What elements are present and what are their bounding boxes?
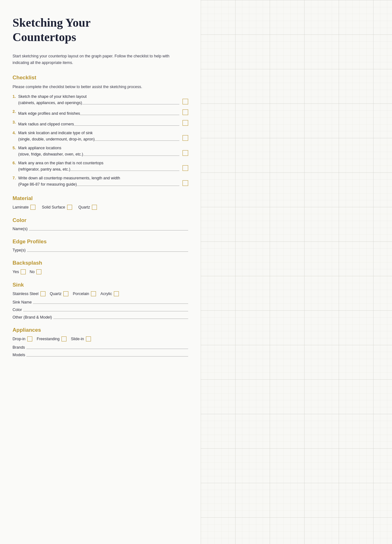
checklist-box-6[interactable] bbox=[183, 165, 188, 171]
sink-acrylic-label: Acrylic bbox=[100, 292, 112, 296]
material-heading: Material bbox=[13, 195, 188, 202]
sink-other-field-row: Other (Brand & Model) bbox=[13, 315, 188, 320]
checklist-text-7b: (Page 86-87 for measuring guide) bbox=[18, 182, 77, 187]
sink-acrylic-checkbox[interactable] bbox=[114, 291, 119, 296]
checklist-text-2: Mark edge profiles and end finishes bbox=[18, 111, 80, 116]
appliance-dropin-checkbox[interactable] bbox=[27, 336, 32, 341]
color-field-row: Name(s) bbox=[13, 227, 188, 231]
color-label: Name(s) bbox=[13, 227, 28, 231]
edge-profiles-field-line bbox=[27, 251, 188, 252]
checklist-line-2 bbox=[80, 115, 179, 115]
sink-other-label: Other (Brand & Model) bbox=[13, 315, 52, 320]
material-laminate-checkbox[interactable] bbox=[30, 205, 35, 210]
sink-porcelain-checkbox[interactable] bbox=[91, 291, 96, 296]
graph-paper bbox=[201, 0, 392, 544]
appliance-freestanding-checkbox[interactable] bbox=[61, 336, 66, 341]
checklist-text-7a: Write down all countertop measurements, … bbox=[18, 176, 188, 180]
edge-profiles-field-row: Type(s) bbox=[13, 248, 188, 252]
content-panel: Sketching Your Countertops Start sketchi… bbox=[0, 0, 201, 544]
sink-quartz-checkbox[interactable] bbox=[63, 291, 68, 296]
checklist-box-2[interactable] bbox=[183, 109, 188, 115]
checklist-number-5: 5. bbox=[13, 146, 18, 150]
checklist-number-4: 4. bbox=[13, 131, 18, 135]
sink-options-row: Stainless Steel Quartz Porcelain Acrylic bbox=[13, 291, 188, 296]
checklist-number-6: 6. bbox=[13, 161, 18, 165]
backsplash-yn-row: Yes No bbox=[13, 269, 188, 274]
backsplash-no-item: No bbox=[29, 269, 41, 274]
appliance-dropin-item: Drop-in bbox=[13, 336, 32, 341]
checklist-box-7[interactable] bbox=[183, 180, 188, 186]
material-solid-surface-label: Solid Surface bbox=[42, 205, 65, 209]
sink-porcelain-label: Porcelain bbox=[73, 292, 89, 296]
checklist-text-5a: Mark appliance locations bbox=[18, 146, 188, 150]
sink-acrylic-item: Acrylic bbox=[100, 291, 119, 296]
checklist-text-1a: Sketch the shape of your kitchen layout bbox=[18, 94, 188, 99]
sink-porcelain-item: Porcelain bbox=[73, 291, 96, 296]
color-heading: Color bbox=[13, 217, 188, 224]
checklist-number-1: 1. bbox=[13, 94, 18, 99]
backsplash-yes-item: Yes bbox=[13, 269, 26, 274]
appliance-models-field-row: Models bbox=[13, 353, 188, 357]
edge-profiles-label: Type(s) bbox=[13, 248, 26, 252]
sink-stainless-label: Stainless Steel bbox=[13, 292, 39, 296]
appliance-freestanding-item: Freestanding bbox=[37, 336, 66, 341]
checklist-item-1: 1. Sketch the shape of your kitchen layo… bbox=[13, 94, 188, 105]
appliance-slidein-checkbox[interactable] bbox=[86, 336, 91, 341]
edge-profiles-section: Edge Profiles Type(s) bbox=[13, 239, 188, 252]
checklist-text-6a: Mark any area on the plan that is not co… bbox=[18, 161, 188, 165]
appliance-brands-field-line bbox=[26, 349, 188, 349]
checklist-line-5 bbox=[83, 156, 179, 156]
sink-quartz-item: Quartz bbox=[50, 291, 69, 296]
material-quartz-checkbox[interactable] bbox=[92, 205, 97, 210]
material-quartz: Quartz bbox=[78, 205, 97, 210]
checklist-section: Checklist Please complete the checklist … bbox=[13, 75, 188, 187]
backsplash-yes-checkbox[interactable] bbox=[21, 269, 26, 274]
sink-name-label: Sink Name bbox=[13, 300, 32, 304]
checklist-line-1 bbox=[82, 104, 179, 104]
backsplash-yes-label: Yes bbox=[13, 270, 19, 274]
material-options-row: Laminate Solid Surface Quartz bbox=[13, 205, 188, 210]
appliances-section: Appliances Drop-in Freestanding Slide-in… bbox=[13, 327, 188, 357]
page-wrapper: Sketching Your Countertops Start sketchi… bbox=[0, 0, 392, 544]
checklist-text-3: Mark radius and clipped corners bbox=[18, 122, 74, 126]
checklist-box-1[interactable] bbox=[183, 99, 188, 104]
sink-other-field-line bbox=[53, 319, 188, 319]
material-solid-surface: Solid Surface bbox=[42, 205, 72, 210]
sink-stainless-checkbox[interactable] bbox=[40, 291, 45, 296]
checklist-number-3: 3. bbox=[13, 120, 18, 124]
checklist-item-6: 6. Mark any area on the plan that is not… bbox=[13, 161, 188, 172]
svg-rect-2 bbox=[201, 0, 392, 544]
sink-color-field-line bbox=[23, 311, 188, 311]
appliance-freestanding-label: Freestanding bbox=[37, 337, 60, 341]
checklist-text-5b: (stove, fridge, dishwasher, oven, etc.) bbox=[18, 152, 83, 156]
checklist-heading: Checklist bbox=[13, 75, 188, 81]
checklist-box-5[interactable] bbox=[183, 150, 188, 156]
appliance-options-row: Drop-in Freestanding Slide-in bbox=[13, 336, 188, 341]
appliances-heading: Appliances bbox=[13, 327, 188, 333]
checklist-text-1b: (cabinets, appliances, and openings) bbox=[18, 101, 82, 105]
checklist-item-5: 5. Mark appliance locations (stove, frid… bbox=[13, 146, 188, 156]
checklist-number-2: 2. bbox=[13, 109, 18, 114]
appliance-models-label: Models bbox=[13, 353, 25, 357]
backsplash-section: Backsplash Yes No bbox=[13, 260, 188, 274]
material-solid-surface-checkbox[interactable] bbox=[67, 205, 72, 210]
appliance-slidein-label: Slide-in bbox=[71, 337, 84, 341]
intro-text: Start sketching your countertop layout o… bbox=[13, 53, 179, 66]
sink-name-field-row: Sink Name bbox=[13, 300, 188, 304]
material-laminate-label: Laminate bbox=[13, 205, 29, 209]
appliance-brands-field-row: Brands bbox=[13, 345, 188, 350]
page-title: Sketching Your Countertops bbox=[13, 16, 188, 44]
sink-section: Sink Stainless Steel Quartz Porcelain Ac… bbox=[13, 282, 188, 320]
backsplash-no-checkbox[interactable] bbox=[36, 269, 41, 274]
color-field-line bbox=[29, 230, 188, 230]
checklist-line-6 bbox=[70, 171, 179, 171]
backsplash-heading: Backsplash bbox=[13, 260, 188, 266]
checklist-item-2: 2. Mark edge profiles and end finishes bbox=[13, 109, 188, 116]
checklist-subtext: Please complete the checklist below to b… bbox=[13, 84, 188, 90]
checklist-box-3[interactable] bbox=[183, 120, 188, 126]
sink-quartz-label: Quartz bbox=[50, 292, 62, 296]
checklist-box-4[interactable] bbox=[183, 135, 188, 141]
checklist-line-3 bbox=[74, 125, 179, 126]
sink-color-field-row: Color bbox=[13, 308, 188, 312]
backsplash-no-label: No bbox=[29, 270, 34, 274]
